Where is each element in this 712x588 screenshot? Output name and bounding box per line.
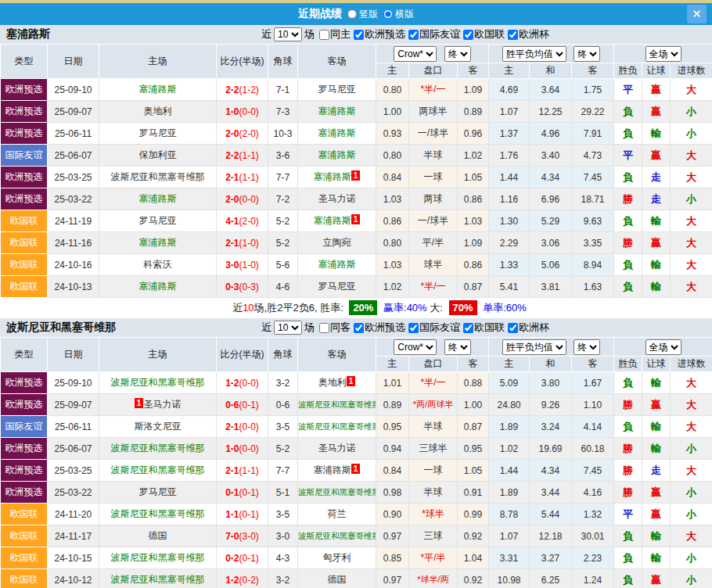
avg-time-select[interactable]: 终 — [574, 339, 600, 355]
filter-euro-cup-checkbox[interactable] — [508, 30, 518, 40]
fulltime-score: 1-0 — [225, 443, 239, 454]
filter-euro-cup[interactable]: 欧洲杯 — [505, 27, 549, 41]
filter-friendly-checkbox[interactable] — [408, 323, 419, 333]
crow-home-odds: 0.98 — [376, 482, 409, 504]
result-goals: 小 — [671, 188, 712, 210]
same-venue-option[interactable]: 同主 — [315, 27, 351, 41]
result-handicap: 輸 — [642, 438, 671, 460]
home-team: 1圣马力诺 — [99, 394, 217, 416]
home-team: 科索沃 — [99, 254, 217, 276]
filter-euro-cup-checkbox[interactable] — [508, 323, 518, 333]
fulltime-score: 3-0 — [225, 260, 239, 271]
bookmaker-select[interactable]: Crow* — [394, 339, 437, 355]
col-away: 客场 — [298, 45, 376, 79]
recent-count-select[interactable]: 10 — [274, 27, 302, 41]
avg-draw-odds: 3.40 — [530, 145, 572, 167]
single-rate: 单率:60% — [483, 302, 527, 314]
crow-away-odds: 0.92 — [458, 525, 489, 547]
result-handicap: 贏 — [642, 504, 671, 525]
match-row: 国际友谊25-06-11斯洛文尼亚2-1(0-0)3-5波斯尼亚和黑塞哥维那0.… — [1, 416, 712, 438]
result-wdl: 負 — [614, 101, 642, 123]
handicap-line: 三球半 — [409, 438, 458, 460]
corner-score: 7-2 — [268, 188, 298, 210]
avg-away-odds: 1.32 — [572, 504, 614, 525]
horizontal-radio-input[interactable] — [383, 9, 393, 19]
vertical-radio-input[interactable] — [347, 9, 357, 19]
close-button[interactable]: ✕ — [687, 5, 707, 23]
same-venue-checkbox[interactable] — [319, 323, 329, 333]
fulltime-score: 1-1 — [225, 509, 239, 520]
away-team: 塞浦路斯 — [298, 254, 376, 276]
match-row: 欧洲预选25-09-10塞浦路斯2-2(1-2)7-1罗马尼亚0.80*半/一1… — [1, 79, 712, 101]
away-team: 罗马尼亚 — [298, 276, 376, 298]
filter-friendly-checkbox[interactable] — [408, 30, 419, 40]
scope-select[interactable]: 全场 — [645, 46, 681, 62]
handicap-line: 球半 — [409, 254, 458, 276]
same-venue-option[interactable]: 同客 — [315, 321, 351, 335]
filter-euro-qualifier-checkbox[interactable] — [354, 30, 364, 40]
match-row: 欧洲预选25-03-25波斯尼亚和黑塞哥维那2-1(1-1)7-7塞浦路斯10.… — [1, 167, 712, 188]
corner-score: 3-0 — [268, 525, 298, 547]
same-venue-checkbox[interactable] — [319, 30, 329, 40]
big-label: 大: — [430, 302, 443, 314]
crow-away-odds: 1.04 — [458, 547, 489, 569]
result-wdl: 勝 — [614, 188, 642, 210]
scope-select[interactable]: 全场 — [645, 339, 681, 355]
filter-nations-league-checkbox[interactable] — [463, 30, 473, 40]
home-team: 塞浦路斯 — [99, 276, 217, 298]
crow-home-odds: 0.94 — [376, 438, 409, 460]
match-row: 欧洲预选25-09-07奥地利1-0(0-0)7-3塞浦路斯1.00两球半0.8… — [1, 101, 712, 123]
competition-badge: 国际友谊 — [1, 416, 48, 438]
avg-draw-odds: 6.25 — [530, 569, 572, 588]
recent-count-select[interactable]: 10 — [274, 321, 302, 335]
col-crow-away: 客 — [458, 63, 489, 79]
filter-euro-cup[interactable]: 欧洲杯 — [505, 321, 549, 335]
fulltime-score: 7-0 — [225, 531, 239, 542]
team-name: 德国 — [328, 574, 347, 585]
halftime-score: (0-2) — [239, 575, 259, 586]
handicap-line: *半/一 — [409, 276, 458, 298]
filter-nations-league[interactable]: 欧国联 — [460, 27, 505, 41]
avg-type-select[interactable]: 胜平负均值 — [502, 339, 566, 355]
match-row: 欧国联24-11-16塞浦路斯2-1(1-0)5-2立陶宛0.80平/半1.09… — [1, 232, 712, 254]
filter-euro-qualifier[interactable]: 欧洲预选 — [351, 321, 405, 335]
fulltime-score: 0-6 — [225, 400, 239, 411]
away-team: 波斯尼亚和黑塞哥维那 — [298, 525, 376, 547]
team-name: 塞浦路斯 — [314, 464, 351, 475]
col-avg-draw: 和 — [530, 357, 572, 372]
match-score: 1-2(0-2) — [217, 569, 268, 588]
filter-nations-league-checkbox[interactable] — [463, 323, 473, 333]
layout-vertical-option[interactable]: 竖版 — [347, 8, 378, 21]
halftime-score: (0-0) — [239, 106, 259, 117]
avg-time-select[interactable]: 终 — [574, 46, 600, 62]
layout-horizontal-option[interactable]: 横版 — [383, 8, 414, 21]
filter-euro-qualifier[interactable]: 欧洲预选 — [351, 27, 405, 41]
col-date: 日期 — [48, 45, 99, 79]
match-score: 1-0(0-0) — [217, 101, 268, 123]
handicap-line: *球半 — [409, 504, 458, 525]
odds-time-select[interactable]: 终 — [444, 339, 471, 355]
corner-score: 7-7 — [268, 460, 298, 482]
avg-draw-odds: 4.34 — [530, 460, 572, 482]
away-team: 立陶宛 — [298, 232, 376, 254]
avg-type-select[interactable]: 胜平负均值 — [502, 46, 566, 62]
avg-away-odds: 29.22 — [572, 101, 614, 123]
col-result: 胜负 — [614, 63, 642, 79]
filter-friendly[interactable]: 国际友谊 — [405, 27, 460, 41]
odds-time-select[interactable]: 终 — [444, 46, 471, 62]
avg-select-group: 胜平负均值 终 — [489, 45, 614, 63]
result-handicap: 輸 — [642, 276, 671, 298]
crow-away-odds: 0.95 — [458, 438, 489, 460]
result-wdl: 負 — [614, 525, 642, 547]
avg-home-odds: 24.80 — [489, 394, 530, 416]
avg-home-odds: 10.98 — [489, 569, 530, 588]
competition-badge: 欧国联 — [1, 547, 48, 569]
filter-nations-league[interactable]: 欧国联 — [460, 321, 505, 335]
away-team: 塞浦路斯1 — [298, 210, 376, 232]
crow-away-odds: 0.89 — [458, 101, 489, 123]
halftime-score: (0-0) — [239, 378, 259, 389]
filter-friendly[interactable]: 国际友谊 — [405, 321, 460, 335]
bookmaker-select[interactable]: Crow* — [394, 46, 437, 62]
filter-euro-qualifier-checkbox[interactable] — [354, 323, 364, 333]
match-row: 欧洲预选25-03-22塞浦路斯2-0(0-0)7-2圣马力诺1.03两球0.8… — [1, 188, 712, 210]
